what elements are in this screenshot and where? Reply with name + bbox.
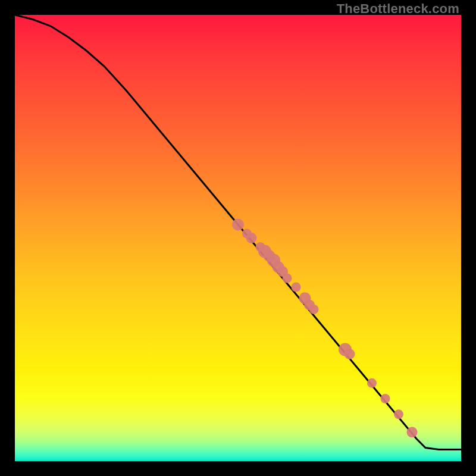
- data-point: [381, 394, 390, 403]
- data-point: [292, 283, 301, 292]
- data-point: [345, 349, 355, 359]
- data-point: [367, 378, 377, 388]
- data-point: [394, 409, 403, 419]
- curve-line: [15, 15, 461, 450]
- data-point: [232, 219, 244, 231]
- data-point: [407, 427, 418, 437]
- chart-frame: [15, 15, 461, 461]
- data-point: [283, 274, 292, 283]
- watermark-text: TheBottleneck.com: [337, 1, 459, 17]
- chart-plot: [15, 15, 461, 461]
- data-point: [309, 305, 319, 314]
- data-point: [246, 233, 257, 243]
